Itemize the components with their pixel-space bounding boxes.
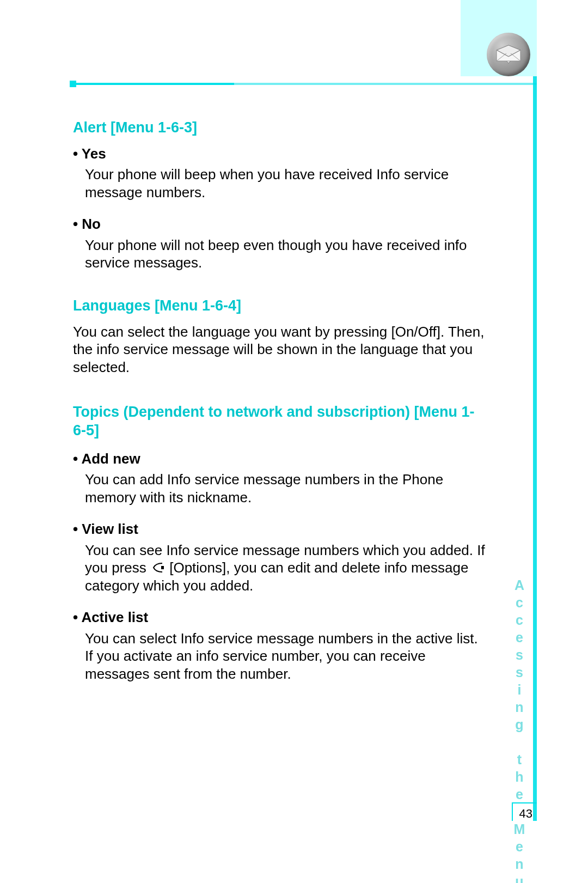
option-add-new-body: You can add Info service message numbers… <box>85 471 487 506</box>
option-active-list-label: Active list <box>73 608 487 626</box>
option-view-list-label: View list <box>73 520 487 538</box>
option-active-list: Active list You can select Info service … <box>73 608 487 683</box>
section-heading-topics: Topics (Dependent to network and subscri… <box>73 403 487 440</box>
page-number: 43 <box>512 802 537 821</box>
messages-badge <box>487 33 530 76</box>
languages-body: You can select the language you want by … <box>73 323 487 376</box>
option-yes-label: Yes <box>73 145 487 163</box>
manual-page: Alert [Menu 1-6-3] Yes Your phone will b… <box>0 0 588 883</box>
svg-rect-2 <box>161 566 164 569</box>
option-view-list: View list You can see Info service messa… <box>73 520 487 594</box>
option-view-list-body: You can see Info service message numbers… <box>85 541 487 595</box>
section-heading-alert: Alert [Menu 1-6-3] <box>73 119 487 137</box>
envelope-icon <box>495 45 522 64</box>
header-rule <box>73 83 537 87</box>
page-content: Alert [Menu 1-6-3] Yes Your phone will b… <box>73 119 487 697</box>
option-yes-body: Your phone will beep when you have recei… <box>85 166 487 201</box>
side-accent-bar <box>533 76 537 821</box>
option-no-body: Your phone will not beep even though you… <box>85 236 487 272</box>
option-yes: Yes Your phone will beep when you have r… <box>73 145 487 202</box>
section-heading-languages: Languages [Menu 1-6-4] <box>73 297 487 315</box>
side-section-label: Accessing the Menu <box>511 577 527 883</box>
option-add-new-label: Add new <box>73 450 487 468</box>
option-no-label: No <box>73 215 487 233</box>
option-add-new: Add new You can add Info service message… <box>73 450 487 507</box>
softkey-icon <box>150 561 166 574</box>
option-active-list-body: You can select Info service message numb… <box>85 630 487 683</box>
option-no: No Your phone will not beep even though … <box>73 215 487 272</box>
